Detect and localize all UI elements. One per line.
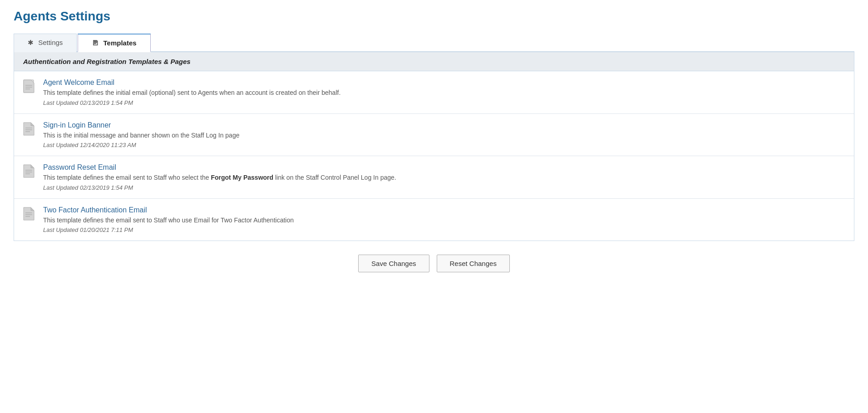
document-icon — [23, 122, 37, 140]
desc-bold: Forgot My Password — [211, 174, 273, 181]
page-title: Agents Settings — [14, 9, 854, 24]
two-factor-auth-email-link[interactable]: Two Factor Authentication Email — [43, 206, 845, 214]
desc-before: This template defines the email sent to … — [43, 174, 211, 181]
template-content: Password Reset Email This template defin… — [43, 163, 845, 191]
tab-settings-label: Settings — [38, 39, 63, 46]
template-content: Sign-in Login Banner This is the initial… — [43, 121, 845, 149]
document-icon — [23, 207, 37, 225]
desc-after: link on the Staff Control Panel Log In p… — [273, 174, 396, 181]
content-area: Authentication and Registration Template… — [14, 52, 854, 241]
document-icon — [23, 79, 37, 98]
reset-changes-button[interactable]: Reset Changes — [437, 255, 510, 272]
two-factor-auth-email-desc: This template defines the email sent to … — [43, 216, 845, 225]
two-factor-auth-email-updated: Last Updated 01/20/2021 7:11 PM — [43, 226, 845, 233]
document-icon — [23, 164, 37, 182]
sign-in-login-banner-desc: This is the initial message and banner s… — [43, 131, 845, 140]
list-item: Sign-in Login Banner This is the initial… — [14, 114, 854, 157]
agent-welcome-email-desc: This template defines the initial email … — [43, 88, 845, 98]
settings-icon: ✱ — [28, 39, 34, 46]
list-item: Two Factor Authentication Email This tem… — [14, 199, 854, 241]
tab-templates[interactable]: 🖹 Templates — [78, 34, 150, 52]
password-reset-email-link[interactable]: Password Reset Email — [43, 163, 845, 172]
templates-icon: 🖹 — [92, 39, 99, 47]
sign-in-login-banner-link[interactable]: Sign-in Login Banner — [43, 121, 845, 129]
sign-in-login-banner-updated: Last Updated 12/14/2020 11:23 AM — [43, 142, 845, 148]
tabs-container: ✱ Settings 🖹 Templates — [14, 33, 854, 52]
password-reset-email-updated: Last Updated 02/13/2019 1:54 PM — [43, 184, 845, 191]
section-header: Authentication and Registration Template… — [14, 52, 854, 71]
list-item: Agent Welcome Email This template define… — [14, 71, 854, 114]
tab-settings[interactable]: ✱ Settings — [14, 34, 77, 52]
save-changes-button[interactable]: Save Changes — [358, 255, 429, 272]
agent-welcome-email-link[interactable]: Agent Welcome Email — [43, 79, 845, 87]
password-reset-email-desc: This template defines the email sent to … — [43, 173, 845, 182]
tab-templates-label: Templates — [104, 39, 137, 47]
template-content: Agent Welcome Email This template define… — [43, 79, 845, 106]
buttons-area: Save Changes Reset Changes — [14, 241, 854, 286]
template-content: Two Factor Authentication Email This tem… — [43, 206, 845, 234]
list-item: Password Reset Email This template defin… — [14, 156, 854, 199]
agent-welcome-email-updated: Last Updated 02/13/2019 1:54 PM — [43, 99, 845, 106]
